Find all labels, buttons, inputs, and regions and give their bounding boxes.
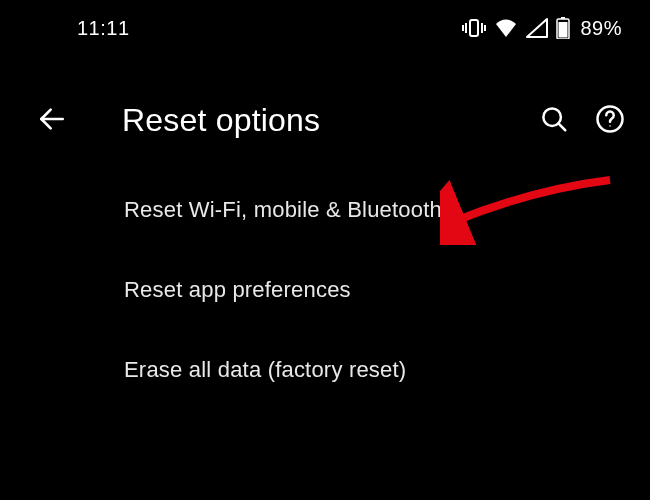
svg-line-10 <box>558 123 565 130</box>
status-icons: 89% <box>462 17 622 40</box>
option-reset-wifi-mobile-bluetooth[interactable]: Reset Wi-Fi, mobile & Bluetooth <box>0 170 650 250</box>
help-button[interactable] <box>586 96 634 144</box>
page-title: Reset options <box>122 102 522 139</box>
option-reset-app-preferences[interactable]: Reset app preferences <box>0 250 650 330</box>
options-list: Reset Wi-Fi, mobile & Bluetooth Reset ap… <box>0 160 650 410</box>
option-erase-all-data[interactable]: Erase all data (factory reset) <box>0 330 650 410</box>
status-time: 11:11 <box>77 17 130 40</box>
search-icon <box>539 104 569 137</box>
vibrate-icon <box>462 18 486 38</box>
svg-rect-7 <box>559 22 568 38</box>
battery-icon <box>556 17 570 39</box>
help-icon <box>595 104 625 137</box>
svg-rect-0 <box>470 20 478 36</box>
cell-signal-icon <box>526 18 548 38</box>
status-bar: 11:11 <box>0 0 650 56</box>
svg-point-12 <box>609 125 611 127</box>
wifi-icon <box>494 18 518 38</box>
screen: 11:11 <box>0 0 650 500</box>
battery-percentage: 89% <box>580 17 622 40</box>
back-button[interactable] <box>28 96 76 144</box>
search-button[interactable] <box>530 96 578 144</box>
header: Reset options <box>0 80 650 160</box>
arrow-back-icon <box>36 103 68 138</box>
